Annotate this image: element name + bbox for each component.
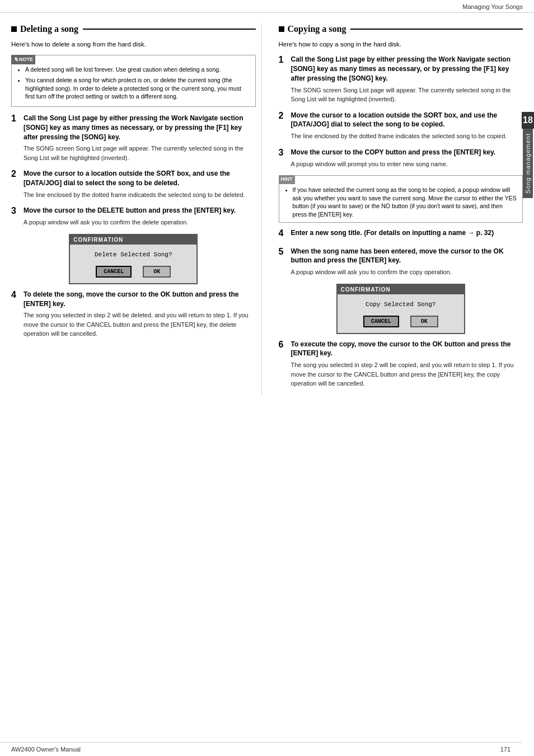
delete-dialog: CONFIRMATION Delete Selected Song? CANCE… (69, 234, 198, 284)
right-title-text: Copying a song (288, 24, 346, 34)
step-2-content: Move the cursor to a location outside th… (24, 169, 256, 199)
dialog-buttons: CANCEL OK (76, 266, 191, 278)
right-step-5-title: When the song name has been entered, mov… (291, 247, 523, 266)
step-number-4: 4 (11, 289, 20, 339)
side-tab-label: Song management (523, 129, 533, 198)
dialog-body: Delete Selected Song? CANCEL OK (70, 245, 196, 283)
step-1-title: Call the Song List page by either pressi… (24, 114, 256, 142)
left-title-text: Deleting a song (20, 24, 78, 34)
right-intro: Here's how to copy a song in the hard di… (279, 40, 523, 49)
side-tab-number: 18 (522, 112, 534, 129)
right-step-6-title: To execute the copy, move the cursor to … (291, 340, 523, 359)
dialog-titlebar: CONFIRMATION (70, 235, 196, 245)
header-title: Managing Your Songs (462, 3, 523, 10)
right-step-4-title: Enter a new song title. (For details on … (291, 228, 523, 238)
right-column: Copying a song Here's how to copy a song… (273, 24, 523, 395)
page-container: Managing Your Songs Deleting a song Here… (0, 0, 534, 756)
note-label: ✎ NOTE (11, 55, 35, 64)
right-step-1-title: Call the Song List page by either pressi… (291, 55, 523, 83)
right-step-5: 5 When the song name has been entered, m… (279, 247, 523, 277)
step-2-body: The line enclosed by the dotted frame in… (24, 190, 256, 200)
hint-label: HINT (279, 175, 295, 184)
right-step-3-body: A popup window will prompt you to enter … (291, 159, 523, 169)
copy-dialog-ok-btn[interactable]: OK (410, 316, 438, 327)
right-step-3-content: Move the cursor to the COPY button and p… (291, 148, 523, 168)
note-content: A deleted song will be lost forever. Use… (16, 65, 251, 101)
copy-dialog-message: Copy Selected Song? (343, 301, 458, 308)
right-step-1-content: Call the Song List page by either pressi… (291, 55, 523, 104)
left-step-4: 4 To delete the song, move the cursor to… (11, 290, 256, 339)
hint-box: HINT If you have selected the current so… (279, 175, 523, 223)
step-4-title: To delete the song, move the cursor to t… (24, 290, 256, 309)
right-step-number-2: 2 (279, 110, 288, 141)
right-step-1: 1 Call the Song List page by either pres… (279, 55, 523, 104)
copy-dialog-titlebar: CONFIRMATION (338, 285, 464, 294)
note-item-1: A deleted song will be lost forever. Use… (25, 65, 251, 74)
copy-dialog-body: Copy Selected Song? CANCEL OK (338, 294, 464, 333)
step-1-body: The SONG screen Song List page will appe… (24, 144, 256, 162)
right-step-number-4: 4 (279, 228, 288, 240)
note-box: ✎ NOTE A deleted song will be lost forev… (11, 55, 256, 107)
step-2-title: Move the cursor to a location outside th… (24, 169, 256, 188)
right-step-2-body: The line enclosed by the dotted frame in… (291, 132, 523, 141)
header-bar: Managing Your Songs (0, 0, 534, 13)
hint-list: If you have selected the current song as… (284, 186, 518, 219)
hint-item-1: If you have selected the current song as… (293, 186, 518, 219)
right-step-6: 6 To execute the copy, move the cursor t… (279, 340, 523, 388)
copy-dialog-buttons: CANCEL OK (343, 316, 458, 327)
right-step-2-content: Move the cursor to a location outside th… (291, 111, 523, 141)
step-number-1: 1 (11, 113, 20, 162)
copy-dialog-cancel-btn[interactable]: CANCEL (363, 316, 399, 327)
step-3-body: A popup window will ask you to confirm t… (24, 218, 256, 227)
step-3-title: Move the cursor to the DELETE button and… (24, 206, 256, 215)
right-step-6-body: The song you selected in step 2 will be … (291, 360, 523, 388)
right-step-number-3: 3 (279, 147, 288, 168)
step-4-body: The song you selected in step 2 will be … (24, 311, 256, 339)
step-3-content: Move the cursor to the DELETE button and… (24, 206, 256, 227)
right-step-2: 2 Move the cursor to a location outside … (279, 111, 523, 141)
step-1-content: Call the Song List page by either pressi… (24, 114, 256, 162)
step-number-3: 3 (11, 205, 20, 227)
right-title-square-icon (279, 26, 284, 32)
step-4-content: To delete the song, move the cursor to t… (24, 290, 256, 339)
right-step-3-title: Move the cursor to the COPY button and p… (291, 148, 523, 157)
left-intro: Here's how to delete a song from the har… (11, 40, 256, 49)
title-line (83, 29, 256, 30)
dialog-cancel-btn[interactable]: CANCEL (96, 266, 132, 278)
right-step-6-content: To execute the copy, move the cursor to … (291, 340, 523, 388)
dialog-message: Delete Selected Song? (76, 251, 191, 258)
note-list: A deleted song will be lost forever. Use… (16, 65, 251, 101)
right-step-3: 3 Move the cursor to the COPY button and… (279, 148, 523, 168)
note-item-2: You cannot delete a song for which prote… (25, 76, 251, 101)
footer-product: AW2400 Owner's Manual (11, 746, 81, 753)
hint-content: If you have selected the current song as… (284, 186, 518, 219)
step-number-2: 2 (11, 168, 20, 199)
copy-dialog: CONFIRMATION Copy Selected Song? CANCEL … (336, 284, 465, 334)
title-square-icon (11, 26, 17, 32)
note-label-text: NOTE (19, 56, 33, 64)
right-step-number-1: 1 (279, 54, 288, 104)
right-step-number-6: 6 (279, 339, 288, 388)
footer-bar: AW2400 Owner's Manual 171 (0, 742, 522, 756)
right-step-2-title: Move the cursor to a location outside th… (291, 111, 523, 130)
right-section-title: Copying a song (279, 24, 523, 34)
left-column: Deleting a song Here's how to delete a s… (11, 24, 262, 395)
right-step-number-5: 5 (279, 246, 288, 277)
right-title-line (350, 29, 523, 30)
dialog-ok-btn[interactable]: OK (143, 266, 171, 278)
right-step-4-content: Enter a new song title. (For details on … (291, 228, 523, 240)
content-area: Deleting a song Here's how to delete a s… (0, 13, 534, 406)
side-tab-container: 18 Song management (522, 112, 534, 722)
left-step-2: 2 Move the cursor to a location outside … (11, 169, 256, 199)
footer-page: 171 (500, 746, 510, 753)
right-step-1-body: The SONG screen Song List page will appe… (291, 86, 523, 104)
right-step-4: 4 Enter a new song title. (For details o… (279, 228, 523, 240)
right-step-5-body: A popup window will ask you to confirm t… (291, 267, 523, 277)
left-step-1: 1 Call the Song List page by either pres… (11, 114, 256, 162)
right-step-5-content: When the song name has been entered, mov… (291, 247, 523, 277)
left-section-title: Deleting a song (11, 24, 256, 34)
note-icon: ✎ (13, 55, 18, 64)
left-step-3: 3 Move the cursor to the DELETE button a… (11, 206, 256, 227)
